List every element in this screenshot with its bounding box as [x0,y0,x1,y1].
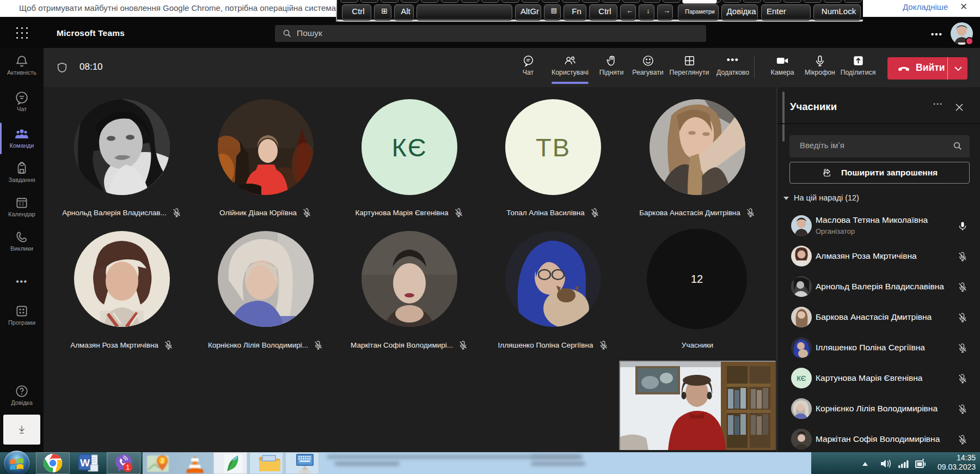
svg-text:W: W [80,457,90,469]
svg-text:1: 1 [126,464,130,471]
svg-text:2: 2 [160,457,164,465]
